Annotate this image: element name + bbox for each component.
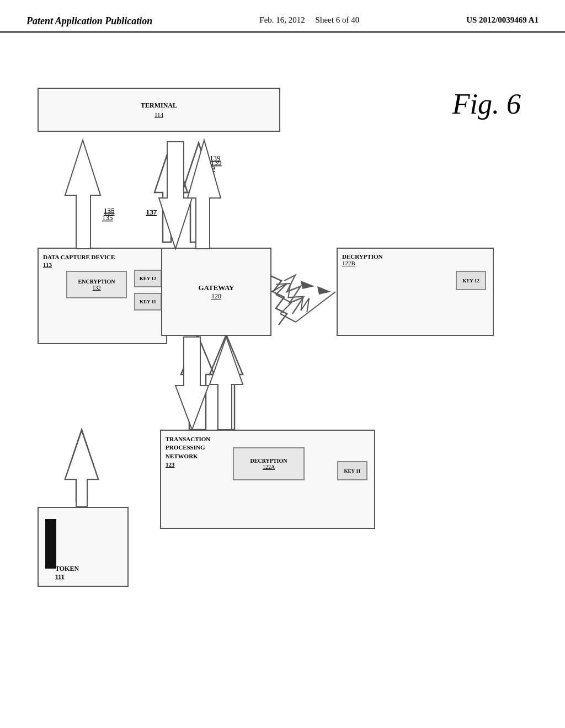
tpn-box: TRANSACTIONPROCESSINGNETWORK 123 DECRYPT… bbox=[160, 430, 375, 529]
svg-marker-23 bbox=[175, 337, 209, 430]
svg-marker-9 bbox=[65, 430, 98, 501]
data-capture-box: DATA CAPTURE DEVICE 113 ENCRYPTION 132 K… bbox=[38, 248, 167, 344]
svg-text:139: 139 bbox=[204, 164, 215, 172]
encryption-box: ENCRYPTION 132 bbox=[66, 271, 127, 298]
main-diagram-svg: 135 137 139 bbox=[0, 44, 565, 716]
svg-text:137: 137 bbox=[146, 208, 157, 216]
decryption-b-number: 122B bbox=[342, 260, 488, 266]
terminal-box: TERMINAL 114 bbox=[38, 88, 280, 132]
key11-tpn-box: KEY 11 bbox=[337, 461, 367, 480]
sheet-info: Sheet 6 of 40 bbox=[316, 15, 360, 24]
svg-marker-0 bbox=[66, 143, 99, 242]
key11-enc-box: KEY 11 bbox=[134, 293, 162, 311]
terminal-number: 114 bbox=[154, 111, 163, 118]
svg-marker-25 bbox=[65, 431, 98, 507]
svg-marker-2 bbox=[154, 143, 188, 242]
data-capture-label: DATA CAPTURE DEVICE 113 bbox=[43, 253, 162, 269]
svg-marker-12 bbox=[159, 142, 192, 249]
arrow-137-label: 137 bbox=[167, 206, 178, 215]
svg-marker-24 bbox=[210, 337, 243, 430]
arrow-135-label: 135 bbox=[104, 206, 115, 215]
token-stripe bbox=[45, 519, 56, 569]
token-label: TOKEN 111 bbox=[55, 565, 79, 581]
gateway-number: 120 bbox=[198, 292, 234, 301]
svg-marker-7 bbox=[181, 335, 214, 430]
key12-decb-box: KEY 12 bbox=[456, 271, 486, 290]
publication-date: Feb. 16, 2012 bbox=[259, 15, 305, 24]
diagram-arrows: 135 137 139 bbox=[0, 44, 565, 716]
svg-marker-8 bbox=[210, 335, 243, 430]
terminal-label: TERMINAL bbox=[141, 101, 177, 110]
gateway-label: GATEWAY bbox=[198, 283, 234, 292]
publication-title: Patent Application Publication bbox=[26, 15, 152, 27]
svg-marker-10 bbox=[65, 140, 100, 249]
svg-text:137: 137 bbox=[146, 208, 157, 216]
wireless-icon bbox=[276, 270, 331, 325]
key12-enc-box: KEY 12 bbox=[134, 270, 162, 287]
page-header: Patent Application Publication Feb. 16, … bbox=[0, 0, 565, 33]
gateway-box: GATEWAY 120 bbox=[161, 248, 271, 336]
decryption-b-label: DECRYPTION bbox=[342, 253, 488, 260]
decryption-b-box: DECRYPTION 122B KEY 12 bbox=[337, 248, 494, 336]
diagram-area: Fig. 6 135 137 139 TERMINAL 114 bbox=[0, 44, 565, 716]
patent-number: US 2012/0039469 A1 bbox=[466, 15, 539, 25]
token-box: TOKEN 111 bbox=[38, 507, 129, 587]
arrow-139-label: 139 bbox=[210, 154, 221, 163]
fig-label: Fig. 6 bbox=[452, 88, 521, 120]
header-center: Feb. 16, 2012 Sheet 6 of 40 bbox=[259, 15, 359, 25]
decryption-a-box: DECRYPTION 122A bbox=[233, 447, 305, 480]
